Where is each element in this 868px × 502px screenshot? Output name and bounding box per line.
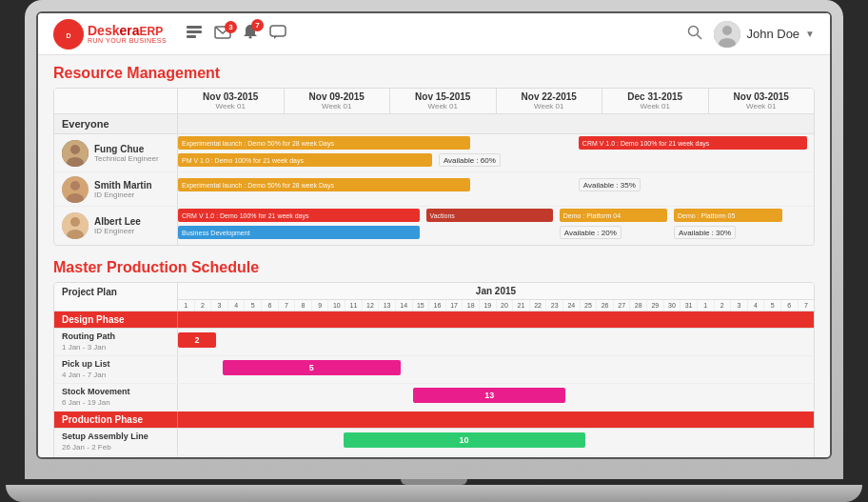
logo: D DeskeraERP RUN YOUR BUSINESS [53, 19, 167, 50]
mps-day-8: 8 [295, 300, 312, 311]
rm-available-3a: Available : 20% [560, 226, 621, 239]
mps-day-27: 27 [614, 300, 631, 311]
mps-task-chart-assembly: 10 [178, 429, 814, 455]
svg-rect-6 [249, 36, 252, 39]
mps-day-30: 30 [664, 300, 681, 311]
mps-task-date-assembly: 26 Jan - 2 Feb [62, 443, 169, 452]
chat-nav-btn[interactable] [269, 25, 286, 44]
mps-day-32: 1 [698, 300, 715, 311]
rm-task-bar-3a: CRM V 1.0 : Demo 100% for 21 week days [178, 209, 420, 222]
resource-management-section: Resource Management Nov 03-2015 Week 01 [53, 65, 815, 246]
rm-avatar-2 [62, 176, 89, 203]
rm-avatar-3 [62, 212, 89, 239]
rm-task-bar-3d: Demo : Platform 05 [674, 209, 782, 222]
rm-task-label-2a: Experimental launch : Demo 50% for 28 we… [182, 182, 334, 189]
mps-months-area: Jan 2015 1 2 3 4 5 6 7 [178, 283, 814, 311]
laptop-frame: D DeskeraERP RUN YOUR BUSINESS [25, 0, 843, 479]
mps-day-21: 21 [513, 300, 530, 311]
mps-production-phase-label: Production Phase [54, 412, 178, 428]
mps-day-22: 22 [530, 300, 547, 311]
mps-task-label-assembly: Setup Assembly Line 26 Jan - 2 Feb [54, 429, 178, 455]
mps-day-11: 11 [345, 300, 363, 311]
rm-week-label-5: Week 01 [604, 102, 706, 110]
mps-task-date-stock: 6 Jan - 19 Jan [62, 398, 169, 408]
mps-section: Master Production Schedule Project Plan … [53, 259, 815, 457]
rm-person-details-3: Albert Lee ID Engineer [94, 216, 141, 235]
rm-person-role-2: ID Engineer [94, 191, 152, 199]
mps-day-16: 16 [429, 300, 446, 311]
rm-person-row-2: Smith Martin ID Engineer Experimental la… [54, 172, 814, 207]
mps-day-9: 9 [312, 300, 329, 311]
mps-day-6: 6 [262, 300, 279, 311]
mps-task-name-assembly: Setup Assembly Line [62, 432, 169, 443]
mps-task-stock: Stock Movement 6 Jan - 19 Jan 13 [54, 384, 814, 412]
rm-person-details-2: Smith Martin ID Engineer [94, 180, 152, 199]
rm-title: Resource Management [53, 65, 815, 82]
mps-day-38: 7 [799, 300, 815, 311]
rm-person-row-3: Albert Lee ID Engineer CRM V 1.0 : Demo … [54, 207, 814, 245]
rm-person-role-1: Technical Engineer [94, 154, 159, 163]
mps-task-routing: Routing Path 1 Jan - 3 Jan 2 [54, 329, 814, 356]
rm-task-label-3b: Vactions [430, 212, 455, 219]
rm-filter-weeks [178, 114, 814, 133]
email-nav-btn[interactable]: 3 [214, 26, 231, 43]
mps-day-14: 14 [396, 300, 413, 311]
app-container: D DeskeraERP RUN YOUR BUSINESS [38, 13, 830, 457]
mps-day-26: 26 [597, 300, 614, 311]
rm-filter-label[interactable]: Everyone [54, 114, 178, 133]
rm-available-label-1: Available : 60% [444, 156, 496, 165]
rm-available-1: Available : 60% [439, 153, 501, 167]
mps-day-19: 19 [480, 300, 497, 311]
rm-week-label-6: Week 01 [711, 102, 813, 110]
mps-day-28: 28 [630, 300, 647, 311]
rm-table: Nov 03-2015 Week 01 Nov 09-2015 Week 01 … [53, 88, 815, 246]
mps-day-17: 17 [446, 300, 464, 311]
rm-available-3b: Available : 30% [674, 226, 736, 239]
rm-person-details-1: Fung Chue Technical Engineer [94, 144, 159, 163]
rm-task-bar-1b: CRM V 1.0 : Demo 100% for 21 week days [579, 136, 807, 150]
main-content: Resource Management Nov 03-2015 Week 01 [38, 55, 830, 457]
rm-person-info-2: Smith Martin ID Engineer [54, 172, 178, 206]
svg-rect-2 [187, 26, 202, 29]
mps-title: Master Production Schedule [53, 259, 815, 276]
rm-week-1: Nov 03-2015 Week 01 [178, 89, 285, 113]
rm-tasks-area-1: Experimental launch : Demo 50% for 28 we… [178, 134, 814, 171]
rm-header-row: Nov 03-2015 Week 01 Nov 09-2015 Week 01 … [54, 89, 814, 114]
mps-design-phase-label: Design Phase [54, 311, 178, 328]
mps-design-phase-bar [178, 311, 814, 328]
svg-point-11 [722, 26, 732, 35]
rm-task-label-1c: PM V 1.0 : Demo 100% for 21 week days [182, 157, 304, 164]
rm-tasks-area-3: CRM V 1.0 : Demo 100% for 21 week days V… [178, 207, 814, 245]
mps-design-phase-header: Design Phase [54, 311, 814, 329]
mps-day-35: 4 [748, 300, 765, 311]
mps-production-phase-bar [178, 412, 814, 428]
rm-week-4: Nov 22-2015 Week 01 [497, 89, 603, 113]
mps-task-chart-stock: 13 [178, 384, 814, 411]
user-menu[interactable]: John Doe ▼ [714, 21, 815, 48]
rm-person-info-1: Fung Chue Technical Engineer [54, 134, 178, 171]
rm-week-label-1: Week 01 [180, 102, 282, 110]
svg-point-17 [70, 181, 80, 191]
mps-day-24: 24 [563, 300, 581, 311]
mps-bar-stock: 13 [413, 388, 565, 403]
rm-available-label-2: Available : 35% [583, 181, 636, 190]
svg-line-9 [698, 34, 702, 39]
user-chevron-icon: ▼ [805, 29, 815, 39]
docs-nav-btn[interactable] [186, 25, 203, 44]
svg-point-14 [70, 145, 80, 154]
mps-day-36: 5 [764, 300, 781, 311]
search-btn[interactable] [687, 25, 702, 44]
rm-person-row-1: Fung Chue Technical Engineer Experimenta… [54, 134, 814, 172]
svg-rect-3 [187, 30, 202, 33]
rm-task-label-3a: CRM V 1.0 : Demo 100% for 21 week days [182, 212, 308, 219]
mps-task-chart-routing: 2 [178, 329, 814, 355]
mps-task-date-routing: 1 Jan - 3 Jan [62, 343, 169, 352]
logo-name: DeskeraERP [88, 24, 167, 37]
rm-week-6: Nov 03-2015 Week 01 [709, 89, 815, 113]
mps-day-3: 3 [211, 300, 228, 311]
mps-task-name-pickup: Pick up List [62, 359, 169, 371]
bell-nav-btn[interactable]: 7 [243, 24, 258, 45]
rm-person-info-3: Albert Lee ID Engineer [54, 207, 178, 245]
mps-task-name-stock: Stock Movement [62, 387, 169, 398]
mps-task-date-pickup: 4 Jan - 7 Jan [62, 371, 169, 380]
